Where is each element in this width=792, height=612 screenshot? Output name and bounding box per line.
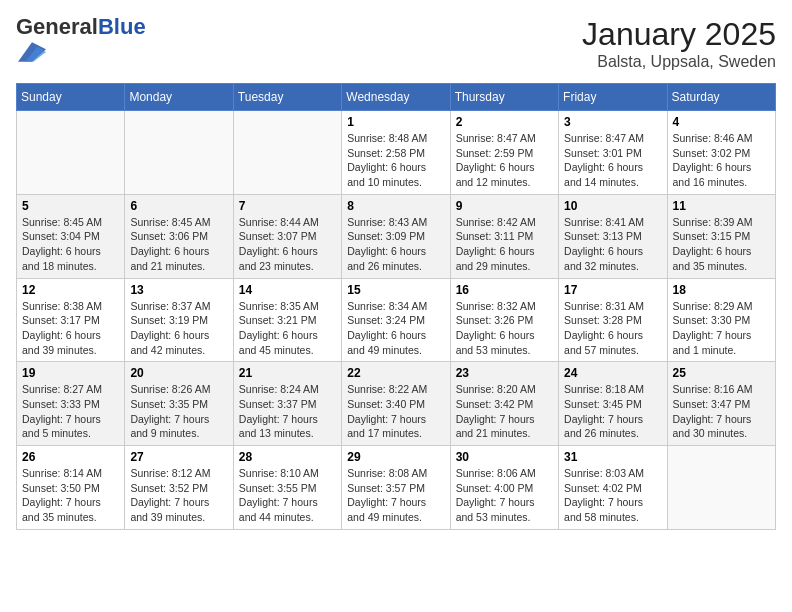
calendar-cell: 31Sunrise: 8:03 AM Sunset: 4:02 PM Dayli… [559,446,667,530]
day-info: Sunrise: 8:34 AM Sunset: 3:24 PM Dayligh… [347,299,444,358]
calendar-cell [125,111,233,195]
weekday-header-friday: Friday [559,84,667,111]
calendar-cell: 30Sunrise: 8:06 AM Sunset: 4:00 PM Dayli… [450,446,558,530]
calendar-cell: 13Sunrise: 8:37 AM Sunset: 3:19 PM Dayli… [125,278,233,362]
calendar-cell: 2Sunrise: 8:47 AM Sunset: 2:59 PM Daylig… [450,111,558,195]
calendar-week-row: 1Sunrise: 8:48 AM Sunset: 2:58 PM Daylig… [17,111,776,195]
day-number: 9 [456,199,553,213]
day-info: Sunrise: 8:16 AM Sunset: 3:47 PM Dayligh… [673,382,770,441]
calendar-cell: 23Sunrise: 8:20 AM Sunset: 3:42 PM Dayli… [450,362,558,446]
day-info: Sunrise: 8:24 AM Sunset: 3:37 PM Dayligh… [239,382,336,441]
day-number: 13 [130,283,227,297]
calendar-cell: 12Sunrise: 8:38 AM Sunset: 3:17 PM Dayli… [17,278,125,362]
day-info: Sunrise: 8:35 AM Sunset: 3:21 PM Dayligh… [239,299,336,358]
day-number: 11 [673,199,770,213]
day-number: 22 [347,366,444,380]
calendar-cell: 7Sunrise: 8:44 AM Sunset: 3:07 PM Daylig… [233,194,341,278]
calendar-header: SundayMondayTuesdayWednesdayThursdayFrid… [17,84,776,111]
day-number: 30 [456,450,553,464]
day-number: 7 [239,199,336,213]
weekday-header-sunday: Sunday [17,84,125,111]
calendar-week-row: 5Sunrise: 8:45 AM Sunset: 3:04 PM Daylig… [17,194,776,278]
page-header: GeneralBlue January 2025 Balsta, Uppsala… [16,16,776,71]
calendar-cell: 10Sunrise: 8:41 AM Sunset: 3:13 PM Dayli… [559,194,667,278]
day-number: 25 [673,366,770,380]
day-info: Sunrise: 8:26 AM Sunset: 3:35 PM Dayligh… [130,382,227,441]
calendar-cell: 29Sunrise: 8:08 AM Sunset: 3:57 PM Dayli… [342,446,450,530]
day-info: Sunrise: 8:37 AM Sunset: 3:19 PM Dayligh… [130,299,227,358]
calendar-cell: 4Sunrise: 8:46 AM Sunset: 3:02 PM Daylig… [667,111,775,195]
day-info: Sunrise: 8:31 AM Sunset: 3:28 PM Dayligh… [564,299,661,358]
calendar-cell: 21Sunrise: 8:24 AM Sunset: 3:37 PM Dayli… [233,362,341,446]
day-info: Sunrise: 8:32 AM Sunset: 3:26 PM Dayligh… [456,299,553,358]
day-number: 16 [456,283,553,297]
calendar-week-row: 19Sunrise: 8:27 AM Sunset: 3:33 PM Dayli… [17,362,776,446]
day-info: Sunrise: 8:27 AM Sunset: 3:33 PM Dayligh… [22,382,119,441]
weekday-header-tuesday: Tuesday [233,84,341,111]
weekday-header-saturday: Saturday [667,84,775,111]
day-info: Sunrise: 8:18 AM Sunset: 3:45 PM Dayligh… [564,382,661,441]
calendar-cell: 24Sunrise: 8:18 AM Sunset: 3:45 PM Dayli… [559,362,667,446]
day-number: 5 [22,199,119,213]
day-info: Sunrise: 8:03 AM Sunset: 4:02 PM Dayligh… [564,466,661,525]
calendar-cell: 14Sunrise: 8:35 AM Sunset: 3:21 PM Dayli… [233,278,341,362]
calendar-week-row: 26Sunrise: 8:14 AM Sunset: 3:50 PM Dayli… [17,446,776,530]
calendar-cell: 9Sunrise: 8:42 AM Sunset: 3:11 PM Daylig… [450,194,558,278]
calendar-cell: 19Sunrise: 8:27 AM Sunset: 3:33 PM Dayli… [17,362,125,446]
day-number: 2 [456,115,553,129]
calendar-cell [667,446,775,530]
calendar-title: January 2025 [582,16,776,53]
day-number: 6 [130,199,227,213]
day-info: Sunrise: 8:44 AM Sunset: 3:07 PM Dayligh… [239,215,336,274]
day-info: Sunrise: 8:45 AM Sunset: 3:04 PM Dayligh… [22,215,119,274]
calendar-cell: 27Sunrise: 8:12 AM Sunset: 3:52 PM Dayli… [125,446,233,530]
day-info: Sunrise: 8:46 AM Sunset: 3:02 PM Dayligh… [673,131,770,190]
day-number: 3 [564,115,661,129]
day-number: 29 [347,450,444,464]
calendar-cell: 11Sunrise: 8:39 AM Sunset: 3:15 PM Dayli… [667,194,775,278]
calendar-subtitle: Balsta, Uppsala, Sweden [582,53,776,71]
day-info: Sunrise: 8:06 AM Sunset: 4:00 PM Dayligh… [456,466,553,525]
title-block: January 2025 Balsta, Uppsala, Sweden [582,16,776,71]
day-info: Sunrise: 8:47 AM Sunset: 2:59 PM Dayligh… [456,131,553,190]
logo-icon [18,38,46,66]
day-number: 20 [130,366,227,380]
weekday-header-row: SundayMondayTuesdayWednesdayThursdayFrid… [17,84,776,111]
day-number: 23 [456,366,553,380]
calendar-cell: 1Sunrise: 8:48 AM Sunset: 2:58 PM Daylig… [342,111,450,195]
day-number: 8 [347,199,444,213]
day-number: 18 [673,283,770,297]
day-info: Sunrise: 8:42 AM Sunset: 3:11 PM Dayligh… [456,215,553,274]
day-info: Sunrise: 8:20 AM Sunset: 3:42 PM Dayligh… [456,382,553,441]
logo-general-text: General [16,14,98,39]
day-info: Sunrise: 8:14 AM Sunset: 3:50 PM Dayligh… [22,466,119,525]
calendar-cell: 8Sunrise: 8:43 AM Sunset: 3:09 PM Daylig… [342,194,450,278]
calendar-week-row: 12Sunrise: 8:38 AM Sunset: 3:17 PM Dayli… [17,278,776,362]
logo-blue-text: Blue [98,14,146,39]
day-info: Sunrise: 8:38 AM Sunset: 3:17 PM Dayligh… [22,299,119,358]
day-number: 1 [347,115,444,129]
day-info: Sunrise: 8:43 AM Sunset: 3:09 PM Dayligh… [347,215,444,274]
day-number: 31 [564,450,661,464]
calendar-cell: 6Sunrise: 8:45 AM Sunset: 3:06 PM Daylig… [125,194,233,278]
day-info: Sunrise: 8:39 AM Sunset: 3:15 PM Dayligh… [673,215,770,274]
calendar-cell: 28Sunrise: 8:10 AM Sunset: 3:55 PM Dayli… [233,446,341,530]
day-info: Sunrise: 8:29 AM Sunset: 3:30 PM Dayligh… [673,299,770,358]
calendar-cell: 16Sunrise: 8:32 AM Sunset: 3:26 PM Dayli… [450,278,558,362]
calendar-body: 1Sunrise: 8:48 AM Sunset: 2:58 PM Daylig… [17,111,776,530]
calendar-cell [17,111,125,195]
day-number: 24 [564,366,661,380]
day-info: Sunrise: 8:41 AM Sunset: 3:13 PM Dayligh… [564,215,661,274]
day-number: 27 [130,450,227,464]
weekday-header-thursday: Thursday [450,84,558,111]
day-info: Sunrise: 8:45 AM Sunset: 3:06 PM Dayligh… [130,215,227,274]
day-info: Sunrise: 8:12 AM Sunset: 3:52 PM Dayligh… [130,466,227,525]
day-info: Sunrise: 8:10 AM Sunset: 3:55 PM Dayligh… [239,466,336,525]
weekday-header-monday: Monday [125,84,233,111]
calendar-cell: 5Sunrise: 8:45 AM Sunset: 3:04 PM Daylig… [17,194,125,278]
day-number: 21 [239,366,336,380]
day-info: Sunrise: 8:22 AM Sunset: 3:40 PM Dayligh… [347,382,444,441]
day-number: 15 [347,283,444,297]
day-number: 28 [239,450,336,464]
calendar-cell: 26Sunrise: 8:14 AM Sunset: 3:50 PM Dayli… [17,446,125,530]
